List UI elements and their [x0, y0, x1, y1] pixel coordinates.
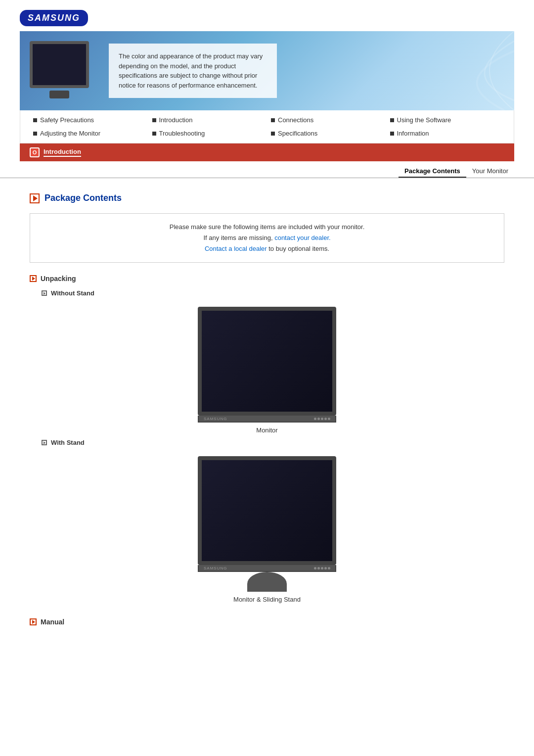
banner-monitor-screen: [30, 41, 89, 88]
banner-text: The color and appearance of the product …: [119, 52, 263, 89]
without-stand-icon: [42, 290, 47, 296]
with-stand-heading: With Stand: [42, 439, 504, 446]
monitor-with-stand-caption: Monitor & Sliding Stand: [233, 596, 301, 603]
section-title: Package Contents: [44, 193, 122, 203]
nav-label-connections: Connections: [278, 116, 313, 124]
unpacking-heading: Unpacking: [30, 275, 504, 283]
unpacking-icon-arrow: [32, 277, 35, 281]
breadcrumb-bar: O Introduction: [20, 143, 514, 161]
manual-icon-arrow: [32, 620, 35, 624]
monitor-with-stand-dot-4: [324, 567, 327, 569]
header-section: SAMSUNG The color and appearance of the …: [0, 0, 534, 161]
info-line2: If any items are missing, contact your d…: [40, 233, 494, 243]
monitor-without-stand-container: SAMSUNG Monitor: [30, 307, 504, 434]
monitor-with-stand-container: SAMSUNG Monitor & Sliding Stand: [30, 456, 504, 603]
monitor-dot-3: [321, 418, 323, 420]
tabs-container: Package Contents Your Monitor: [0, 161, 534, 178]
nav-menu: Safety Precautions Introduction Connecti…: [20, 110, 514, 143]
manual-heading: Manual: [30, 618, 504, 626]
monitor-sliding-stand: [247, 572, 287, 592]
tab-package-contents[interactable]: Package Contents: [399, 165, 466, 178]
info-line3: Contact a local dealer to buy optional i…: [40, 243, 494, 254]
banner: The color and appearance of the product …: [20, 31, 514, 110]
nav-item-information[interactable]: Information: [387, 128, 504, 139]
main-content: Package Contents Please make sure the fo…: [0, 188, 534, 646]
nav-item-specifications[interactable]: Specifications: [268, 128, 385, 139]
nav-label-specifications: Specifications: [278, 130, 317, 137]
monitor-with-stand-image: [198, 456, 336, 565]
monitor-with-stand-screen: [202, 460, 332, 561]
monitor-dot-4: [324, 418, 327, 420]
nav-label-safety: Safety Precautions: [40, 116, 94, 124]
breadcrumb-label: Introduction: [44, 148, 81, 157]
nav-item-connections[interactable]: Connections: [268, 114, 385, 126]
nav-item-introduction[interactable]: Introduction: [149, 114, 267, 126]
monitor-dots: [314, 418, 330, 420]
unpacking-label: Unpacking: [41, 275, 76, 283]
nav-label-troubleshooting: Troubleshooting: [159, 130, 205, 137]
banner-monitor-illustration: [30, 41, 99, 100]
samsung-logo: SAMSUNG: [20, 10, 88, 26]
manual-icon: [30, 618, 37, 625]
info-line1: Please make sure the following items are…: [40, 222, 494, 233]
without-stand-heading: Without Stand: [42, 289, 504, 297]
nav-bullet-safety: [33, 118, 37, 122]
manual-label: Manual: [41, 618, 64, 626]
nav-bullet-information: [390, 132, 394, 136]
info-link2[interactable]: Contact a local dealer: [205, 245, 267, 252]
nav-bullet-connections: [271, 118, 275, 122]
without-stand-icon-arrow: [44, 292, 45, 295]
monitor-dot-1: [314, 418, 316, 420]
nav-item-adjusting[interactable]: Adjusting the Monitor: [30, 128, 147, 139]
nav-bullet-specifications: [271, 132, 275, 136]
with-stand-label: With Stand: [51, 439, 85, 446]
breadcrumb-icon: O: [30, 147, 40, 157]
with-stand-icon-arrow: [44, 441, 45, 444]
unpacking-icon: [30, 275, 37, 282]
monitor-with-stand-bottom-bar: SAMSUNG: [198, 565, 336, 572]
banner-text-box: The color and appearance of the product …: [109, 44, 277, 98]
nav-label-introduction: Introduction: [159, 116, 193, 124]
monitor-without-stand-wrapper: SAMSUNG: [198, 307, 336, 423]
nav-bullet-software: [390, 118, 394, 122]
section-heading: Package Contents: [30, 193, 504, 203]
with-stand-icon: [42, 440, 47, 445]
nav-bullet-troubleshooting: [152, 132, 156, 136]
nav-bullet-adjusting: [33, 132, 37, 136]
monitor-screen-display: [202, 311, 332, 412]
nav-label-adjusting: Adjusting the Monitor: [40, 130, 100, 137]
nav-bullet-introduction: [152, 118, 156, 122]
unpacking-section: Unpacking Without Stand SAMSUNG: [30, 275, 504, 603]
monitor-without-stand-image: [198, 307, 336, 416]
tab-your-monitor[interactable]: Your Monitor: [466, 165, 514, 178]
monitor-with-stand-dots: [314, 567, 330, 569]
info-box: Please make sure the following items are…: [30, 213, 504, 263]
section-icon: [30, 193, 40, 203]
monitor-with-stand-dot-2: [317, 567, 320, 569]
monitor-with-stand-dot-3: [321, 567, 323, 569]
info-link1[interactable]: contact your dealer.: [274, 234, 330, 241]
section-icon-arrow: [33, 195, 38, 201]
monitor-brand-text: SAMSUNG: [204, 417, 227, 421]
monitor-with-stand-dot-1: [314, 567, 316, 569]
breadcrumb-icon-text: O: [33, 149, 37, 155]
nav-item-troubleshooting[interactable]: Troubleshooting: [149, 128, 267, 139]
monitor-dot-2: [317, 418, 320, 420]
monitor-caption: Monitor: [256, 426, 277, 434]
monitor-with-stand-brand-text: SAMSUNG: [204, 566, 227, 570]
banner-curves-decoration: [366, 31, 514, 110]
nav-item-safety[interactable]: Safety Precautions: [30, 114, 147, 126]
nav-label-software: Using the Software: [397, 116, 451, 124]
monitor-with-stand-wrapper: SAMSUNG: [198, 456, 336, 592]
monitor-bottom-bar: SAMSUNG: [198, 416, 336, 423]
monitor-with-stand-dot-5: [328, 567, 330, 569]
without-stand-label: Without Stand: [51, 289, 94, 297]
nav-label-information: Information: [397, 130, 429, 137]
nav-item-software[interactable]: Using the Software: [387, 114, 504, 126]
monitor-dot-5: [328, 418, 330, 420]
banner-monitor-stand: [49, 91, 69, 98]
